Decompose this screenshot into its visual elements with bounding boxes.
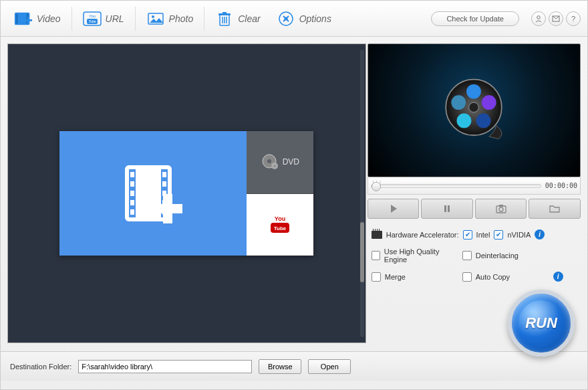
video-plus-large-icon [113,153,193,233]
autocopy-label: Auto Copy [476,273,510,281]
svg-rect-50 [444,205,446,212]
run-label: RUN [525,314,557,332]
source-tiles: + DVD You Tube [59,131,313,256]
pause-button[interactable] [421,199,473,219]
svg-rect-29 [162,172,166,177]
svg-rect-51 [448,205,450,212]
merge-checkbox[interactable] [372,272,381,282]
deinterlacing-label: Deinterlacing [476,252,519,260]
svg-point-45 [466,84,481,99]
run-button[interactable]: RUN [508,290,575,357]
chip-icon [372,231,382,239]
open-button[interactable]: Open [308,359,351,374]
svg-rect-28 [130,209,134,215]
mail-icon[interactable] [549,11,563,26]
url-button[interactable]: YouTube URL [76,7,131,31]
time-display: 00:00:00 [545,182,577,189]
camera-icon [496,204,506,213]
play-button[interactable] [368,199,420,219]
clear-button[interactable]: Clear [208,7,267,31]
footer: Destination Folder: Browse Open [1,351,587,381]
seek-thumb[interactable] [372,182,381,191]
url-label: URL [106,13,124,24]
player-controls [368,199,581,219]
svg-rect-1 [16,13,18,23]
svg-rect-13 [223,12,227,13]
add-youtube-tile[interactable]: You Tube [247,194,313,256]
svg-rect-12 [218,13,231,15]
user-icon[interactable] [531,11,546,26]
merge-label: Merge [385,273,406,281]
seek-bar: | | | 00:00:00 [368,177,581,195]
autocopy-info-icon[interactable]: i [553,272,563,282]
youtube-icon: YouTube [83,11,102,27]
svg-point-47 [476,114,491,128]
hw-info-icon[interactable]: i [535,229,545,239]
video-plus-icon [14,11,33,27]
dvd-label: DVD [283,157,299,167]
svg-point-19 [537,15,541,19]
add-video-tile[interactable] [59,131,247,256]
svg-rect-24 [130,172,134,177]
svg-text:You: You [275,215,285,222]
pause-icon [442,204,452,213]
separator [135,7,136,31]
svg-point-49 [452,95,466,110]
svg-rect-30 [162,181,166,187]
scrollbar-thumb[interactable] [360,222,364,282]
svg-text:Tube: Tube [274,225,287,231]
check-update-button[interactable]: Check for Update [431,11,519,26]
toolbar: Video YouTube URL Photo Clear Options Ch… [1,1,587,37]
snapshot-button[interactable] [475,199,527,219]
browse-button[interactable]: Browse [259,359,301,374]
help-icon[interactable]: ? [566,11,581,26]
source-scrollbar[interactable] [360,50,364,337]
photo-label: Photo [169,13,194,24]
hw-accel-label: Hardware Accelerator: [386,231,459,239]
video-label: Video [37,13,61,24]
svg-point-44 [469,102,479,112]
svg-point-46 [482,95,496,110]
film-reel-icon [440,77,507,144]
svg-text:+: + [273,164,276,169]
svg-point-48 [457,114,472,128]
dest-folder-label: Destination Folder: [10,363,71,371]
separator [71,7,72,31]
svg-point-18 [284,17,287,20]
clear-label: Clear [238,13,260,24]
svg-rect-4 [27,16,29,23]
video-button[interactable]: Video [7,7,67,31]
svg-rect-25 [130,181,134,187]
svg-text:Tube: Tube [88,19,96,23]
hq-engine-checkbox[interactable] [372,251,380,260]
svg-rect-53 [499,205,503,207]
hq-engine-label: Use High Quality Engine [384,248,458,264]
nvidia-checkbox[interactable]: ✔ [494,230,503,239]
photo-icon [146,11,165,27]
nvidia-label: nVIDIA [507,231,531,239]
intel-label: Intel [476,231,490,239]
folder-icon [549,204,560,213]
preview-area [368,43,581,177]
svg-rect-26 [130,191,134,196]
source-panel: + DVD You Tube [7,43,366,343]
svg-text:You: You [88,14,96,18]
dest-folder-input[interactable] [78,360,252,373]
options-button[interactable]: Options [270,7,338,31]
svg-rect-35 [163,194,172,223]
intel-checkbox[interactable]: ✔ [463,230,472,239]
seek-track[interactable]: | | | [371,184,541,188]
youtube-logo-icon: You Tube [267,214,293,235]
deinterlacing-checkbox[interactable] [462,251,472,260]
autocopy-checkbox[interactable] [462,272,472,282]
open-folder-button[interactable] [529,199,581,219]
add-dvd-tile[interactable]: + DVD [247,131,313,194]
dvd-icon: + [261,153,279,171]
svg-point-37 [267,159,271,163]
main: + DVD You Tube [1,37,587,351]
trash-icon [215,11,234,27]
svg-point-54 [499,207,503,211]
separator [204,7,204,31]
svg-point-10 [152,15,154,18]
photo-button[interactable]: Photo [140,7,200,31]
